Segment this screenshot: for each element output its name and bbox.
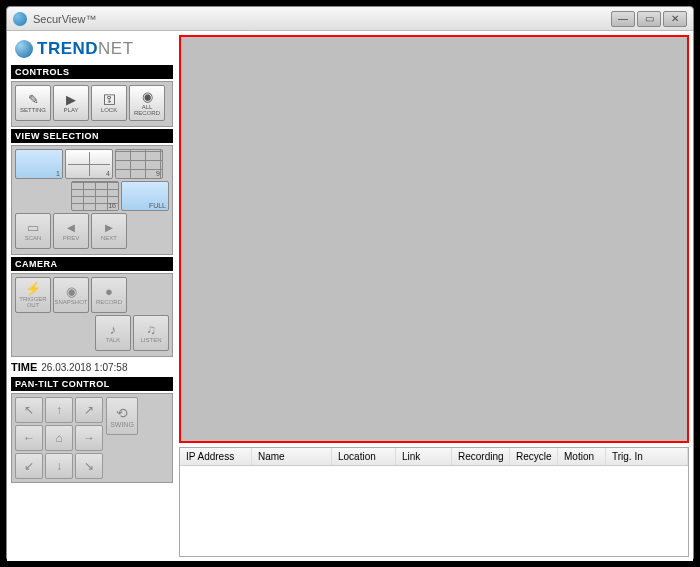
pan-up-button[interactable]: ↑ [45, 397, 73, 423]
pantilt-panel: ↖ ↑ ↗ ← ⌂ → ↙ ↓ ↘ ⟲ SWING [11, 393, 173, 483]
col-name[interactable]: Name [252, 448, 332, 465]
time-label: TIME [11, 361, 37, 373]
col-trig-in[interactable]: Trig. In [606, 448, 688, 465]
window-title: SecurView™ [33, 13, 611, 25]
play-icon: ▶ [66, 93, 76, 106]
swing-button[interactable]: ⟲ SWING [106, 397, 138, 435]
record-icon: ● [105, 285, 113, 298]
view-header: VIEW SELECTION [11, 129, 173, 143]
camera-panel: ⚡TRIGGER OUT ◉SNAPSHOT ●RECORD ♪TALK ♫LI… [11, 273, 173, 357]
col-link[interactable]: Link [396, 448, 452, 465]
col-recording[interactable]: Recording [452, 448, 510, 465]
pan-down-button[interactable]: ↓ [45, 453, 73, 479]
bolt-icon: ⚡ [25, 282, 41, 295]
maximize-button[interactable]: ▭ [637, 11, 661, 27]
snapshot-button[interactable]: ◉SNAPSHOT [53, 277, 89, 313]
next-button[interactable]: ►NEXT [91, 213, 127, 249]
trigger-out-button[interactable]: ⚡TRIGGER OUT [15, 277, 51, 313]
time-value: 26.03.2018 1:07:58 [41, 362, 127, 373]
minimize-button[interactable]: — [611, 11, 635, 27]
scan-icon: ▭ [27, 221, 39, 234]
prev-button[interactable]: ◄PREV [53, 213, 89, 249]
photo-icon: ◉ [66, 285, 77, 298]
pan-home-button[interactable]: ⌂ [45, 425, 73, 451]
close-button[interactable]: ✕ [663, 11, 687, 27]
scan-button[interactable]: ▭SCAN [15, 213, 51, 249]
view-9-button[interactable]: 9 [115, 149, 163, 179]
listen-button[interactable]: ♫LISTEN [133, 315, 169, 351]
app-icon [13, 12, 27, 26]
talk-button[interactable]: ♪TALK [95, 315, 131, 351]
prev-icon: ◄ [65, 221, 78, 234]
play-button[interactable]: ▶PLAY [53, 85, 89, 121]
titlebar: SecurView™ — ▭ ✕ [7, 7, 693, 31]
video-viewport[interactable] [179, 35, 689, 443]
next-icon: ► [103, 221, 116, 234]
pan-up-right-button[interactable]: ↗ [75, 397, 103, 423]
setting-button[interactable]: ✎SETTING [15, 85, 51, 121]
brand-logo: TRENDNET [11, 35, 173, 63]
lock-button[interactable]: ⚿LOCK [91, 85, 127, 121]
record-button[interactable]: ●RECORD [91, 277, 127, 313]
mic-icon: ♪ [110, 323, 117, 336]
sidebar: TRENDNET CONTROLS ✎SETTING ▶PLAY ⚿LOCK ◉… [11, 35, 173, 557]
pan-right-button[interactable]: → [75, 425, 103, 451]
view-panel: 1 4 9 16 FULL ▭SCAN ◄PREV ►NEXT [11, 145, 173, 255]
camera-icon: ◉ [142, 90, 153, 103]
app-window: SecurView™ — ▭ ✕ TRENDNET CONTROLS ✎SETT… [6, 6, 694, 561]
col-location[interactable]: Location [332, 448, 396, 465]
wrench-icon: ✎ [28, 93, 39, 106]
key-icon: ⚿ [103, 93, 116, 106]
view-1-button[interactable]: 1 [15, 149, 63, 179]
speaker-icon: ♫ [146, 323, 156, 336]
col-ip[interactable]: IP Address [180, 448, 252, 465]
pantilt-header: PAN-TILT CONTROL [11, 377, 173, 391]
controls-header: CONTROLS [11, 65, 173, 79]
view-4-button[interactable]: 4 [65, 149, 113, 179]
camera-header: CAMERA [11, 257, 173, 271]
pan-tilt-grid: ↖ ↑ ↗ ← ⌂ → ↙ ↓ ↘ [15, 397, 103, 479]
col-recycle[interactable]: Recycle [510, 448, 558, 465]
pan-left-button[interactable]: ← [15, 425, 43, 451]
pan-up-left-button[interactable]: ↖ [15, 397, 43, 423]
controls-panel: ✎SETTING ▶PLAY ⚿LOCK ◉ALL RECORD [11, 81, 173, 127]
window-controls: — ▭ ✕ [611, 11, 687, 27]
pan-down-right-button[interactable]: ↘ [75, 453, 103, 479]
brand-text: TRENDNET [37, 39, 134, 59]
all-record-button[interactable]: ◉ALL RECORD [129, 85, 165, 121]
content: TRENDNET CONTROLS ✎SETTING ▶PLAY ⚿LOCK ◉… [7, 31, 693, 561]
camera-table: IP Address Name Location Link Recording … [179, 447, 689, 557]
col-motion[interactable]: Motion [558, 448, 606, 465]
pan-down-left-button[interactable]: ↙ [15, 453, 43, 479]
table-header: IP Address Name Location Link Recording … [180, 448, 688, 466]
globe-icon [15, 40, 33, 58]
view-full-button[interactable]: FULL [121, 181, 169, 211]
swing-icon: ⟲ [116, 405, 128, 421]
view-16-button[interactable]: 16 [71, 181, 119, 211]
time-display: TIME 26.03.2018 1:07:58 [11, 359, 173, 375]
main-area: IP Address Name Location Link Recording … [179, 35, 689, 557]
